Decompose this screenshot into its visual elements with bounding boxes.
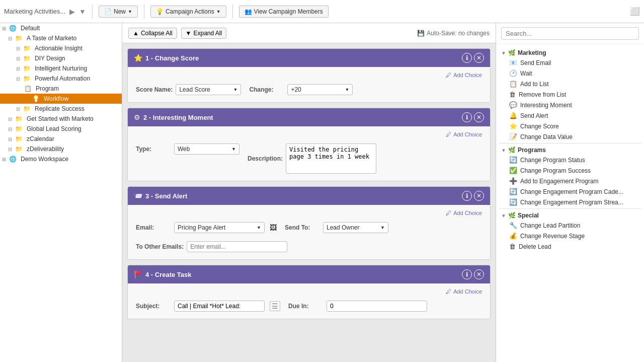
field-select-step1-1[interactable]: +20▼: [287, 84, 353, 95]
email-image-button[interactable]: 🖼: [270, 224, 277, 232]
field-group-step4-0: Subject:☰: [136, 301, 280, 312]
sidebar-item-get-started[interactable]: ⊟📁Get Started with Marketo: [0, 114, 122, 124]
field-select-step2-0[interactable]: Web▼: [174, 143, 239, 155]
add-choice-button-step1[interactable]: 🖊 Add Choice: [446, 72, 482, 78]
step-info-button[interactable]: ℹ: [462, 112, 472, 122]
tree-toggle-icon: ⊟: [8, 36, 12, 41]
step-close-button[interactable]: ✕: [474, 191, 484, 201]
step-info-button[interactable]: ℹ: [462, 191, 472, 201]
sidebar-item-icon: 📁: [15, 115, 23, 122]
step-card-step2: ⚙2 - Interesting Momentℹ✕🖊 Add ChoiceTyp…: [127, 108, 491, 181]
field-input-step3-2[interactable]: [187, 241, 287, 252]
right-item-label: Send Alert: [520, 112, 548, 119]
sidebar-item-workflow[interactable]: 💡Workflow: [0, 94, 122, 104]
section-expand-icon: ▼: [501, 50, 506, 56]
nav-down-icon[interactable]: ▼: [79, 8, 86, 16]
right-item-change-score[interactable]: ⭐Change Score: [499, 121, 641, 131]
nav-icon[interactable]: ▶: [69, 8, 75, 16]
sidebar-item-taste-marketo[interactable]: ⊟📁A Taste of Marketo: [0, 33, 122, 43]
collapse-all-button[interactable]: ▲ Collapse All: [128, 28, 177, 39]
sidebar-item-demo-workspace[interactable]: ⊞🌐Demo Workspace: [0, 154, 122, 164]
expand-all-button[interactable]: ▼ Expand All: [181, 28, 227, 39]
sidebar-item-label: Demo Workspace: [21, 156, 68, 163]
field-textarea-step2-1[interactable]: [286, 143, 376, 174]
step-info-button[interactable]: ℹ: [462, 53, 472, 63]
right-item-delete-lead[interactable]: 🗑Delete Lead: [499, 241, 641, 252]
right-section-programs[interactable]: ▼🌿Programs: [499, 144, 641, 155]
field-input-slider-step4-0[interactable]: [174, 301, 265, 312]
sidebar-item-zdeliverability[interactable]: ⊟📁zDeliverability: [0, 144, 122, 154]
sidebar: ⊞🌐Default⊟📁A Taste of Marketo⊟📁Actionabl…: [0, 23, 122, 362]
sidebar-item-powerful-automation[interactable]: ⊟📁Powerful Automation: [0, 74, 122, 84]
sidebar-item-label: zDeliverability: [27, 146, 64, 153]
right-item-add-to-list[interactable]: 📋Add to List: [499, 79, 641, 89]
sidebar-item-program[interactable]: 📋Program: [0, 84, 122, 94]
maximize-icon[interactable]: ⬜: [630, 7, 640, 16]
right-item-change-lead-partition[interactable]: 🔧Change Lead Partition: [499, 220, 641, 231]
right-item-change-program-success[interactable]: ✅Change Program Success: [499, 165, 641, 176]
right-item-send-alert[interactable]: 🔔Send Alert: [499, 110, 641, 121]
add-choice-button-step2[interactable]: 🖊 Add Choice: [446, 131, 482, 137]
sidebar-item-icon: 📁: [23, 75, 31, 82]
step-card-step3: 📨3 - Send Alertℹ✕🖊 Add ChoiceEmail:Prici…: [127, 186, 491, 260]
right-item-change-engagement-program-cade[interactable]: 🔄Change Engagement Program Cade...: [499, 186, 641, 197]
content-area: ▲ Collapse All ▼ Expand All 💾 Auto-Save:…: [122, 23, 496, 362]
workflow-scroll: ⭐1 - Change Scoreℹ✕🖊 Add ChoiceScore Nam…: [122, 43, 496, 362]
sidebar-item-diy-design[interactable]: ⊟📁DIY Design: [0, 53, 122, 63]
add-choice-button-step3[interactable]: 🖊 Add Choice: [446, 210, 482, 216]
sidebar-item-zcalendar[interactable]: ⊟📁zCalendar: [0, 134, 122, 144]
right-item-label: Change Lead Partition: [520, 222, 580, 229]
field-input-step4-1[interactable]: [327, 301, 427, 312]
right-item-interesting-moment[interactable]: 💬Interesting Moment: [499, 100, 641, 110]
sidebar-item-intelligent-nurturing[interactable]: ⊟📁Intelligent Nurturing: [0, 63, 122, 74]
new-button[interactable]: 📄 New ▼: [99, 6, 138, 18]
sidebar-item-label: Intelligent Nurturing: [35, 65, 87, 72]
field-select-step3-1[interactable]: Lead Owner▼: [323, 222, 388, 233]
step-close-button[interactable]: ✕: [474, 269, 484, 279]
campaign-actions-button[interactable]: 💡 Campaign Actions ▼: [150, 6, 226, 18]
sidebar-item-default[interactable]: ⊞🌐Default: [0, 23, 122, 33]
view-members-button[interactable]: 👥 View Campaign Members: [239, 6, 329, 18]
select-value: Lead Owner: [327, 224, 359, 231]
field-group-step3-0: Email:Pricing Page Alert▼🖼: [136, 222, 277, 233]
sidebar-item-label: Global Lead Scoring: [27, 125, 82, 132]
field-select-step1-0[interactable]: Lead Score▼: [176, 84, 241, 95]
slider-icon[interactable]: ☰: [270, 301, 280, 311]
right-item-icon: 💬: [509, 101, 517, 109]
add-choice-button-step4[interactable]: 🖊 Add Choice: [446, 288, 482, 295]
step-header-step1: ⭐1 - Change Scoreℹ✕: [128, 49, 490, 67]
tree-toggle-icon: ⊞: [2, 157, 6, 162]
tree-toggle-icon: ⊟: [16, 56, 20, 61]
sidebar-item-actionable-insight[interactable]: ⊟📁Actionable Insight: [0, 43, 122, 53]
section-label: Marketing: [518, 49, 546, 56]
step-close-button[interactable]: ✕: [474, 112, 484, 122]
right-item-change-program-status[interactable]: 🔄Change Program Status: [499, 155, 641, 165]
right-item-send-email[interactable]: 📧Send Email: [499, 57, 641, 68]
right-item-add-to-engagement-program[interactable]: ➕Add to Engagement Program: [499, 176, 641, 186]
tree-toggle-icon: ⊟: [8, 147, 12, 152]
right-search-input[interactable]: [501, 27, 639, 40]
right-section-marketing[interactable]: ▼🌿Marketing: [499, 47, 641, 57]
tree-toggle-icon: ⊟: [16, 46, 20, 51]
sidebar-item-global-lead-scoring[interactable]: ⊟📁Global Lead Scoring: [0, 124, 122, 134]
step-icon-step4: 🚩: [134, 270, 142, 278]
right-section-special[interactable]: ▼🌿Special: [499, 210, 641, 220]
right-item-change-engagement-program-strea[interactable]: 🔄Change Engagement Program Strea...: [499, 197, 641, 207]
tree-toggle-icon: ⊟: [16, 66, 20, 71]
right-item-icon: 📧: [509, 59, 517, 66]
field-label-step3-0: Email:: [136, 224, 171, 231]
right-item-change-revenue-stage[interactable]: 💰Change Revenue Stage: [499, 231, 641, 241]
right-item-remove-from-list[interactable]: 🗑Remove from List: [499, 89, 641, 100]
right-item-wait[interactable]: 🕐Wait: [499, 68, 641, 79]
right-item-change-data-value[interactable]: 📝Change Data Value: [499, 131, 641, 142]
sidebar-item-replicate-success[interactable]: ⊟📁Replicate Success: [0, 104, 122, 114]
select-value: Lead Score: [179, 86, 210, 93]
step-close-button[interactable]: ✕: [474, 53, 484, 63]
sidebar-item-icon: 📁: [15, 135, 23, 142]
field-label-step3-2: To Other Emails:: [136, 243, 184, 250]
right-item-icon: 💰: [509, 232, 517, 240]
section-icon: 🌿: [508, 49, 516, 56]
right-item-icon: 🔄: [509, 156, 517, 164]
field-select-icon-step3-0[interactable]: Pricing Page Alert▼: [174, 222, 265, 233]
step-info-button[interactable]: ℹ: [462, 269, 472, 279]
